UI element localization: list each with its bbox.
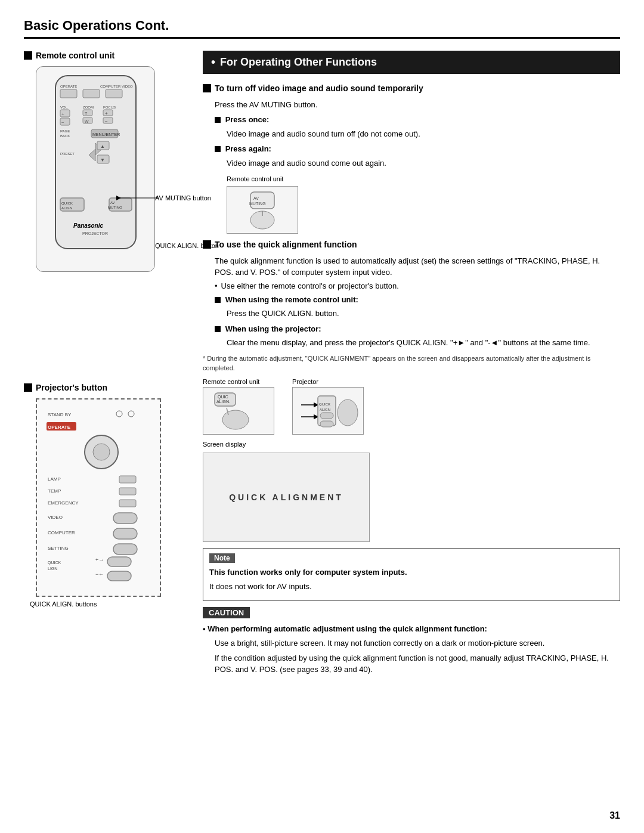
svg-text:BACK: BACK [60, 134, 70, 138]
svg-text:COMPUTER: COMPUTER [48, 530, 75, 535]
qa-sub2-label: When using the projector: [215, 323, 620, 335]
svg-rect-56 [113, 513, 137, 524]
press-again-icon [215, 146, 221, 152]
svg-text:PROJECTOR: PROJECTOR [82, 231, 108, 236]
av-diagram-label: Remote control unit [227, 175, 596, 182]
qa-sub1: When using the remote control unit: Pres… [215, 294, 620, 320]
note-items: This function works only for computer sy… [209, 566, 614, 593]
qa-sub2-text: Clear the menu display, and press the pr… [227, 337, 620, 349]
svg-text:+→: +→ [95, 557, 104, 563]
svg-text:ZOOM: ZOOM [83, 106, 94, 109]
right-column: • For Operating Other Functions To turn … [203, 51, 620, 679]
star-note: * During the automatic adjustment, "QUIC… [203, 354, 620, 373]
svg-text:LIGN: LIGN [48, 566, 57, 571]
press-once-label: Press once: [215, 114, 620, 126]
svg-rect-67 [250, 192, 274, 209]
quick-align-buttons-label: QUICK ALIGN. buttons [30, 600, 185, 608]
svg-text:ALIGN: ALIGN [61, 206, 72, 210]
qa-bullet: • Use either the remote control's or pro… [215, 281, 620, 290]
projector-panel-area: STAND BY OPERATE LAMP TEMP [30, 398, 185, 597]
av-muting-label: AV MUTING button [155, 194, 211, 204]
svg-text:AV: AV [253, 196, 259, 200]
svg-text:QUIC: QUIC [218, 395, 228, 400]
svg-text:COMPUTER VIDEO: COMPUTER VIDEO [100, 85, 133, 88]
press-again-label: Press again: [215, 143, 620, 155]
qa-section-title: To use the quick alignment function [203, 240, 620, 249]
press-again-text: Video image and audio sound come out aga… [227, 157, 620, 169]
svg-rect-3 [60, 89, 77, 98]
svg-text:QUICK: QUICK [48, 561, 61, 565]
caution-box: CAUTION • When performing automatic adju… [203, 607, 620, 676]
svg-rect-82 [320, 413, 333, 419]
svg-marker-41 [116, 196, 121, 200]
svg-text:OPERATE: OPERATE [48, 425, 71, 430]
caution-body1: Use a bright, still-picture screen. It m… [215, 637, 620, 649]
svg-rect-4 [83, 89, 100, 98]
black-square-icon-2 [24, 383, 32, 392]
svg-text:−←: −← [95, 571, 104, 577]
functions-header-title: For Operating Other Functions [220, 56, 377, 69]
svg-text:MENU/ENTER: MENU/ENTER [92, 132, 120, 137]
projector-panel-image: STAND BY OPERATE LAMP TEMP [36, 398, 161, 597]
rc-diag-label: Remote control unit [203, 378, 259, 385]
section-av-muting: To turn off video image and audio sound … [203, 83, 620, 234]
svg-text:−: − [61, 120, 64, 125]
svg-rect-60 [113, 544, 137, 555]
svg-text:PAGE: PAGE [60, 129, 70, 133]
note-box: Note This function works only for comput… [203, 548, 620, 601]
section-quick-align: To use the quick alignment function The … [203, 240, 620, 349]
svg-text:LAMP: LAMP [48, 476, 61, 482]
qa-sub1-icon [215, 297, 221, 303]
svg-rect-64 [107, 557, 131, 566]
svg-text:+: + [61, 112, 64, 117]
svg-text:TEMP: TEMP [48, 488, 61, 494]
remote-control-area: OPERATE COMPUTER VIDEO VOL. + − ZOOM [30, 66, 185, 272]
svg-text:STAND BY: STAND BY [48, 412, 72, 417]
svg-text:ALIGN: ALIGN [320, 408, 330, 411]
note-header: Note [209, 553, 235, 563]
page-title: Basic Operations Cont. [24, 18, 620, 33]
rc-projector-diagram-row: Remote control unit QUIC ALIGN. [203, 378, 620, 435]
black-square-icon [24, 51, 32, 60]
svg-rect-50 [119, 476, 136, 483]
svg-rect-83 [320, 421, 333, 427]
svg-text:▲: ▲ [100, 144, 105, 149]
svg-rect-54 [119, 500, 136, 507]
svg-rect-66 [107, 571, 131, 581]
remote-control-svg: OPERATE COMPUTER VIDEO VOL. + − ZOOM [44, 73, 148, 264]
black-square-icon-3 [203, 84, 211, 92]
caution-label: CAUTION [203, 607, 250, 618]
left-column: Remote control unit OPERATE COMPUTER VID… [24, 51, 185, 608]
av-body: Press the AV MUTING button. [215, 99, 620, 111]
qa-sub2-icon [215, 326, 221, 332]
qa-sub1-text: Press the QUICK ALIGN. button. [227, 308, 620, 320]
screen-display-label: Screen display [203, 441, 620, 448]
rc-diagram-svg: QUIC ALIGN. [206, 390, 271, 432]
svg-point-43 [116, 411, 122, 417]
proj-diagram-col: Projector QUICK ALIGN [292, 378, 364, 435]
svg-point-48 [93, 444, 110, 460]
screen-display-box: QUICK ALIGNMENT [203, 453, 370, 542]
page: Basic Operations Cont. Remote control un… [0, 0, 644, 833]
rc-diagram-box: QUIC ALIGN. [203, 387, 274, 435]
qa-sub2: When using the projector: Clear the menu… [215, 323, 620, 349]
svg-text:+: + [105, 111, 108, 116]
av-diagram: AV MUTING [227, 186, 298, 234]
svg-point-44 [128, 411, 134, 417]
svg-text:PRESET: PRESET [60, 152, 75, 156]
proj-diagram-svg: QUICK ALIGN [295, 390, 361, 432]
functions-header: • For Operating Other Functions [203, 51, 620, 74]
note-item-2: It does not work for AV inputs. [209, 581, 614, 593]
svg-text:Panasonic: Panasonic [73, 222, 103, 229]
rc-diagram-col: Remote control unit QUIC ALIGN. [203, 378, 274, 435]
svg-text:VIDEO: VIDEO [48, 515, 63, 520]
svg-text:QUICK: QUICK [61, 202, 73, 205]
note-item-1: This function works only for computer sy… [209, 566, 614, 578]
svg-text:W: W [85, 119, 89, 123]
page-number: 31 [609, 810, 620, 821]
proj-diag-label: Projector [292, 378, 318, 385]
proj-diagram-box: QUICK ALIGN [292, 387, 364, 435]
main-columns: Remote control unit OPERATE COMPUTER VID… [24, 51, 620, 679]
projector-panel-svg: STAND BY OPERATE LAMP TEMP [42, 404, 161, 589]
svg-text:−: − [105, 119, 108, 124]
